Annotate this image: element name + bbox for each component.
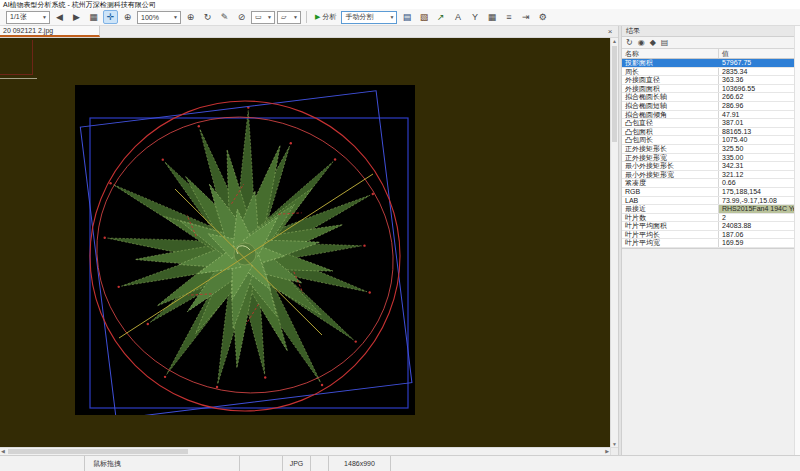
page-selector[interactable]: 1/1张▼ <box>6 11 50 24</box>
row-value: 103696.55 <box>719 85 800 93</box>
row-value: 88165.13 <box>719 128 800 136</box>
row-value: 169.59 <box>719 239 800 247</box>
row-label: 凸包周长 <box>622 136 719 144</box>
row-value: 387.01 <box>719 119 800 127</box>
tab-strip: 20 092121 2.jpg × <box>0 26 618 38</box>
y-axis-icon[interactable]: Y <box>467 10 482 24</box>
image-overlay-svg <box>75 85 415 415</box>
row-value: 187.06 <box>719 231 800 239</box>
table-row[interactable]: 外接圆直径363.36 <box>622 76 800 85</box>
row-value: 2835.34 <box>719 68 800 76</box>
table-row[interactable]: 凸包直径387.01 <box>622 119 800 128</box>
shape-tool-select[interactable]: ▱▼ <box>277 11 301 24</box>
row-value: 342.31 <box>719 162 800 170</box>
table-row[interactable]: LAB73.99,-9.17,15.08 <box>622 197 800 206</box>
table-row[interactable]: 凸包周长1075.40 <box>622 136 800 145</box>
chevron-down-icon: ▼ <box>293 14 298 20</box>
document-tab[interactable]: 20 092121 2.jpg <box>0 26 100 37</box>
grid-view-icon[interactable]: ▦ <box>484 10 499 24</box>
refresh-icon[interactable]: ↻ <box>626 38 633 48</box>
magnifier-icon[interactable]: ⊕ <box>120 10 135 24</box>
window-title-bar: AI植物表型分析系统 - 杭州万深检测科技有限公司 <box>0 0 800 9</box>
row-label: 拟合椭圆短轴 <box>622 102 719 110</box>
row-value: 175,188,154 <box>719 188 800 196</box>
zoom-level-select[interactable]: 100%▼ <box>137 11 181 24</box>
list-view-icon[interactable]: ≡ <box>501 10 516 24</box>
table-row[interactable]: 拟合椭圆倾角47.91 <box>622 111 800 120</box>
image-canvas[interactable] <box>0 38 610 447</box>
navigator-rect <box>0 40 33 75</box>
chevron-down-icon: ▼ <box>389 14 394 20</box>
table-row[interactable]: 紧凑度0.66 <box>622 179 800 188</box>
table-row[interactable]: 最小外接矩形宽321.12 <box>622 171 800 180</box>
row-label: 凸包面积 <box>622 128 719 136</box>
snapshot-icon[interactable]: ◉ <box>638 38 645 48</box>
vertical-scroll-thumb[interactable] <box>612 46 617 142</box>
table-row[interactable]: 最小外接矩形长342.31 <box>622 162 800 171</box>
row-value: 57967.75 <box>719 59 800 67</box>
table-row[interactable]: 叶片平均宽169.59 <box>622 239 800 248</box>
cancel-icon[interactable]: ⊘ <box>234 10 249 24</box>
canvas-row: ▲ ▼ <box>0 38 618 447</box>
scroll-down-icon[interactable]: ▼ <box>611 441 618 447</box>
navigator-line <box>0 78 37 79</box>
chevron-down-icon: ▼ <box>42 14 47 20</box>
scroll-left-icon[interactable]: ◀ <box>1 448 5 455</box>
table-row[interactable]: 外接圆面积103696.55 <box>622 85 800 94</box>
table-row[interactable]: 拟合椭圆长轴266.62 <box>622 93 800 102</box>
segment-mode-select[interactable]: 手动分割▼ <box>341 11 397 24</box>
table-row[interactable]: RGB175,188,154 <box>622 188 800 197</box>
panel-scrollbar[interactable] <box>794 26 800 455</box>
table-row[interactable]: 正外接矩形宽335.00 <box>622 154 800 163</box>
table-row[interactable]: 最接近RHS2015Fan4 194C Yellow-Green <box>622 205 800 214</box>
table-row[interactable]: 正外接矩形长325.50 <box>622 145 800 154</box>
row-value: 2 <box>719 214 800 222</box>
row-value: RHS2015Fan4 194C Yellow-Green <box>719 205 800 213</box>
pan-tool-icon[interactable]: ✛ <box>103 10 118 24</box>
table-row[interactable]: 周长2835.34 <box>622 68 800 77</box>
row-label: 最小外接矩形长 <box>622 162 719 170</box>
settings-gear-icon[interactable]: ⚙ <box>535 10 550 24</box>
export-report-icon[interactable]: ▤ <box>661 38 669 48</box>
document-tab-label: 20 092121 2.jpg <box>3 27 53 34</box>
analyzed-image[interactable] <box>75 85 415 415</box>
label-a-icon[interactable]: A <box>450 10 465 24</box>
close-icon[interactable]: × <box>602 26 618 37</box>
save-image-icon[interactable]: ▤ <box>399 10 414 24</box>
next-image-icon[interactable]: ▶ <box>69 10 84 24</box>
row-label: 最接近 <box>622 205 719 213</box>
row-value: 73.99,-9.17,15.08 <box>719 197 800 205</box>
table-row[interactable]: 叶片平均面积24083.88 <box>622 222 800 231</box>
analyze-button[interactable]: ▶分析 <box>312 10 339 24</box>
row-label: 外接圆面积 <box>622 85 719 93</box>
table-row[interactable]: 投影面积57967.75 <box>622 59 800 68</box>
table-row[interactable]: 拟合椭圆短轴286.96 <box>622 102 800 111</box>
table-row[interactable]: 叶片平均长187.06 <box>622 231 800 240</box>
status-image-resolution: 1486x990 <box>329 456 391 471</box>
rect-tool-select[interactable]: ▭▼ <box>251 11 275 24</box>
results-panel-toolbar: ↻◉◆▤ <box>622 37 800 49</box>
prev-image-icon[interactable]: ◀ <box>52 10 67 24</box>
vertical-scrollbar[interactable]: ▲ ▼ <box>610 38 618 447</box>
scroll-right-icon[interactable]: ▶ <box>605 448 609 455</box>
thumbnail-icon[interactable]: ▦ <box>86 10 101 24</box>
row-value: 0.66 <box>719 179 800 187</box>
edit-icon[interactable]: ✎ <box>217 10 232 24</box>
zoom-in-icon[interactable]: ⊕ <box>183 10 198 24</box>
clear-icon[interactable]: ◆ <box>650 38 656 48</box>
results-table-body: 投影面积57967.75周长2835.34外接圆直径363.36外接圆面积103… <box>622 59 800 248</box>
export-icon[interactable]: ⇥ <box>518 10 533 24</box>
table-row[interactable]: 叶片数2 <box>622 214 800 223</box>
results-panel: 结果 ↻◉◆▤ 名称值 投影面积57967.75周长2835.34外接圆直径36… <box>622 26 800 455</box>
chart-icon[interactable]: ↗ <box>433 10 448 24</box>
rect-tool-select-label: ▭ <box>255 13 262 21</box>
scroll-up-icon[interactable]: ▲ <box>611 38 618 44</box>
rotate-icon[interactable]: ↻ <box>200 10 215 24</box>
document-column: 20 092121 2.jpg × <box>0 26 618 455</box>
report-icon[interactable]: ▧ <box>416 10 431 24</box>
row-value: 363.36 <box>719 76 800 84</box>
horizontal-scroll-thumb[interactable] <box>8 449 188 454</box>
horizontal-scrollbar[interactable]: ◀ ▶ <box>0 447 610 455</box>
table-row[interactable]: 凸包面积88165.13 <box>622 128 800 137</box>
results-title-label: 结果 <box>626 26 640 36</box>
